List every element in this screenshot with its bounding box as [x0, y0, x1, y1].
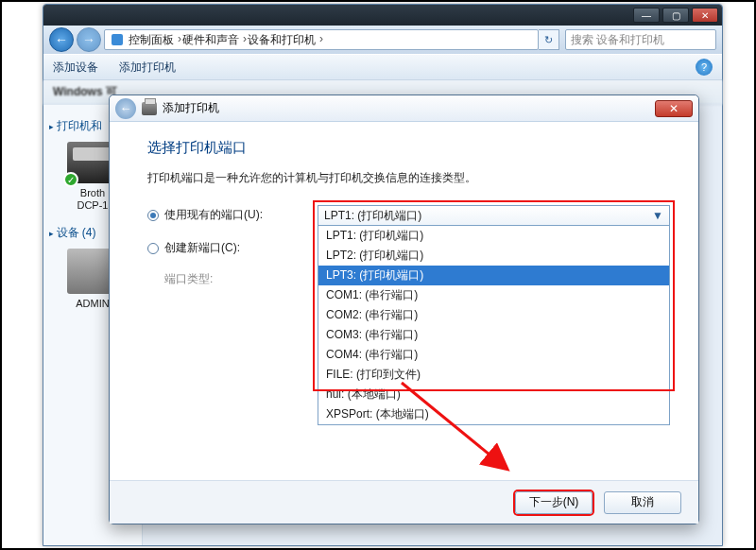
- port-option[interactable]: LPT3: (打印机端口): [318, 266, 669, 285]
- port-listbox[interactable]: LPT1: (打印机端口)LPT2: (打印机端口)LPT3: (打印机端口)C…: [318, 226, 670, 425]
- device-label: ADMIN: [76, 298, 109, 310]
- radio-label: 创建新端口(C):: [164, 240, 240, 256]
- next-button[interactable]: 下一步(N): [515, 491, 593, 514]
- command-bar: 添加设备 添加打印机 ?: [43, 54, 722, 80]
- port-option[interactable]: LPT2: (打印机端口): [318, 246, 669, 266]
- nav-back-button[interactable]: ←: [49, 27, 74, 52]
- search-input[interactable]: 搜索 设备和打印机: [565, 29, 716, 50]
- dialog-footer: 下一步(N) 取消: [110, 480, 698, 524]
- port-option[interactable]: COM1: (串行端口): [318, 285, 669, 305]
- cmd-add-device[interactable]: 添加设备: [53, 60, 98, 76]
- radio-icon: [147, 210, 159, 221]
- breadcrumb-seg[interactable]: 设备和打印机: [245, 32, 321, 48]
- combobox-value: LPT1: (打印机端口): [324, 208, 421, 224]
- breadcrumb-seg[interactable]: 控制面板: [126, 32, 180, 48]
- help-icon[interactable]: ?: [696, 59, 713, 76]
- dialog-back-button[interactable]: ←: [115, 98, 136, 119]
- add-printer-dialog: ← 添加打印机 ✕ 选择打印机端口 打印机端口是一种允许您的计算机与打印机交换信…: [109, 95, 699, 524]
- port-option[interactable]: COM2: (串行端口): [318, 305, 669, 325]
- port-option[interactable]: COM3: (串行端口): [318, 325, 669, 345]
- port-combobox[interactable]: LPT1: (打印机端口) ▼: [318, 205, 670, 226]
- device-label: DCP-1: [77, 199, 108, 212]
- port-option[interactable]: LPT1: (打印机端口): [318, 226, 669, 246]
- svg-rect-0: [112, 34, 123, 45]
- maximize-button[interactable]: ▢: [662, 8, 689, 23]
- port-option[interactable]: COM4: (串行端口): [318, 345, 669, 365]
- refresh-button[interactable]: ↻: [539, 29, 559, 50]
- chevron-down-icon: ▼: [652, 209, 663, 222]
- address-bar: ← → 控制面板 硬件和声音 设备和打印机 ↻ 搜索 设备和打印机: [43, 26, 722, 54]
- port-option[interactable]: FILE: (打印到文件): [318, 365, 669, 385]
- dialog-description: 打印机端口是一种允许您的计算机与打印机交换信息的连接类型。: [147, 170, 670, 186]
- cmd-add-printer[interactable]: 添加打印机: [119, 60, 176, 76]
- radio-icon: [147, 243, 159, 254]
- printer-icon: [142, 102, 157, 115]
- port-option[interactable]: nul: (本地端口): [318, 385, 669, 404]
- window-titlebar: — ▢ ✕: [43, 5, 722, 26]
- control-panel-icon: [111, 33, 124, 46]
- cancel-button[interactable]: 取消: [604, 491, 681, 514]
- radio-use-existing[interactable]: 使用现有的端口(U):: [147, 207, 299, 223]
- breadcrumb[interactable]: 控制面板 硬件和声音 设备和打印机: [104, 29, 539, 50]
- dialog-title: 添加打印机: [163, 100, 219, 116]
- port-type-label: 端口类型:: [164, 271, 299, 287]
- minimize-button[interactable]: —: [633, 8, 660, 23]
- status-ok-icon: ✓: [63, 172, 78, 187]
- search-placeholder: 搜索 设备和打印机: [571, 32, 664, 48]
- radio-label: 使用现有的端口(U):: [164, 207, 263, 223]
- nav-forward-button[interactable]: →: [77, 27, 101, 52]
- port-option[interactable]: XPSPort: (本地端口): [318, 404, 669, 424]
- dialog-titlebar: ← 添加打印机 ✕: [110, 95, 698, 122]
- dialog-close-button[interactable]: ✕: [655, 100, 693, 117]
- close-button[interactable]: ✕: [692, 8, 718, 23]
- radio-create-new[interactable]: 创建新端口(C):: [147, 240, 299, 256]
- device-label: Broth: [77, 187, 108, 199]
- dialog-heading: 选择打印机端口: [147, 139, 670, 157]
- breadcrumb-seg[interactable]: 硬件和声音: [180, 32, 245, 48]
- info-prefix: Windows 可: [53, 85, 117, 98]
